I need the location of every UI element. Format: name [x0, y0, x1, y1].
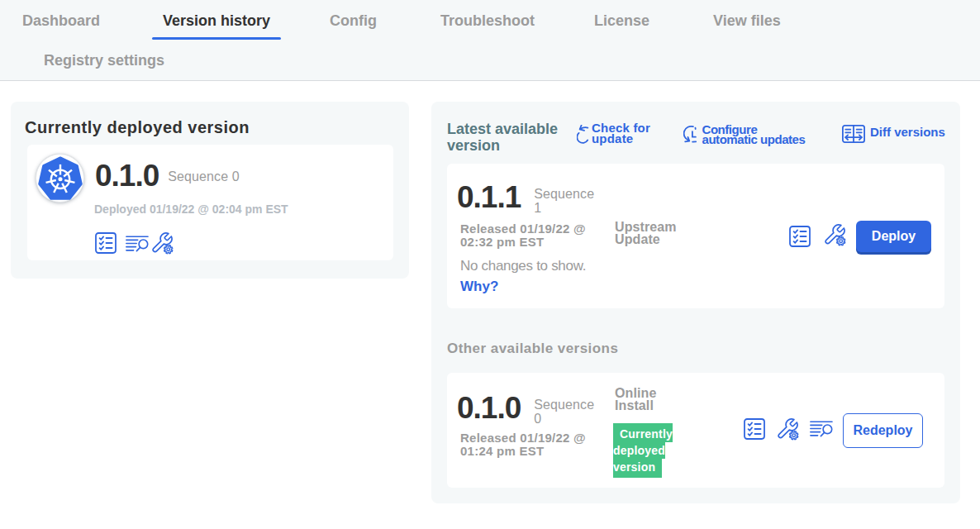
deployed-timestamp: Deployed 01/19/22 @ 02:04 pm EST: [94, 203, 288, 216]
other-version-row: 0.1.0 Sequence 0: [457, 390, 593, 426]
other-available-versions-title: Other available versions: [447, 341, 618, 357]
badge-line: Currently: [613, 423, 673, 442]
schedule-update-icon: [683, 122, 697, 145]
tab-troubleshoot[interactable]: Troubleshoot: [430, 0, 545, 41]
current-version-actions: [95, 231, 174, 259]
kubernetes-icon: [37, 155, 83, 202]
why-link[interactable]: Why?: [460, 279, 498, 295]
other-sequence-label: Sequence 0: [534, 398, 593, 426]
deploy-button[interactable]: Deploy: [856, 221, 931, 252]
check-for-update-label: Check for update: [592, 123, 659, 145]
current-version-row: 0.1.0 Sequence 0: [95, 160, 240, 191]
latest-version-row: 0.1.1 Sequence 1: [457, 179, 593, 215]
current-version-number: 0.1.0: [95, 160, 159, 191]
other-version-number: 0.1.0: [457, 393, 521, 423]
check-for-update-link[interactable]: Check for update: [577, 123, 659, 145]
tab-view-files[interactable]: View files: [702, 0, 792, 41]
latest-available-title: Latest available version: [447, 121, 571, 154]
badge-line: deployed: [613, 442, 665, 459]
tab-registry-settings[interactable]: Registry settings: [33, 42, 175, 79]
current-sequence-label: Sequence 0: [168, 169, 239, 183]
edit-config-icon[interactable]: [823, 223, 847, 250]
deployed-version-card: 0.1.0 Sequence 0 Deployed 01/19/22 @ 02:…: [27, 145, 393, 260]
latest-version-number: 0.1.1: [457, 182, 521, 212]
latest-version-card: 0.1.1 Sequence 1 Released 01/19/22 @ 02:…: [447, 164, 944, 308]
kubernetes-logo: [36, 154, 84, 203]
preflight-checks-icon[interactable]: [789, 226, 811, 250]
diff-versions-label: Diff versions: [870, 127, 945, 138]
refresh-icon: [577, 125, 590, 145]
latest-released-timestamp: Released 01/19/22 @ 02:32 pm EST: [460, 222, 592, 249]
currently-deployed-badge-wrap: Currentlydeployedversion: [613, 423, 679, 478]
edit-config-icon[interactable]: [776, 417, 800, 445]
other-version-source: Online Install: [615, 387, 693, 412]
deploy-logs-icon[interactable]: [810, 421, 833, 441]
edit-config-icon[interactable]: [150, 231, 174, 259]
currently-deployed-panel: Currently deployed version: [11, 102, 409, 279]
configure-automatic-updates-label: Configure automatic updates: [702, 125, 811, 145]
badge-line: version: [613, 459, 662, 478]
no-changes-text: No changes to show.: [460, 258, 586, 274]
diff-versions-link[interactable]: Diff versions: [842, 125, 945, 145]
diff-icon: [842, 125, 865, 145]
tab-version-history[interactable]: Version history: [152, 0, 281, 41]
tab-license[interactable]: License: [583, 0, 660, 41]
configure-automatic-updates-link[interactable]: Configure automatic updates: [683, 125, 840, 145]
deploy-logs-icon[interactable]: [126, 236, 149, 255]
available-versions-panel: Latest available version Check for updat…: [431, 102, 960, 503]
latest-sequence-label: Sequence 1: [534, 187, 593, 215]
tab-dashboard[interactable]: Dashboard: [12, 0, 111, 41]
preflight-checks-icon[interactable]: [744, 418, 765, 443]
currently-deployed-title: Currently deployed version: [25, 118, 250, 137]
top-nav: Dashboard Version history Config Trouble…: [0, 0, 980, 81]
currently-deployed-badge: Currentlydeployedversion: [613, 423, 679, 478]
redeploy-button[interactable]: Redeploy: [843, 413, 923, 448]
tab-config[interactable]: Config: [319, 0, 388, 41]
version-history-page: Dashboard Version history Config Trouble…: [0, 0, 980, 529]
preflight-checks-icon[interactable]: [95, 232, 117, 257]
latest-version-source: Upstream Update: [615, 221, 693, 245]
other-released-timestamp: Released 01/19/22 @ 01:24 pm EST: [460, 431, 592, 458]
other-version-card: 0.1.0 Sequence 0 Released 01/19/22 @ 01:…: [447, 373, 944, 488]
